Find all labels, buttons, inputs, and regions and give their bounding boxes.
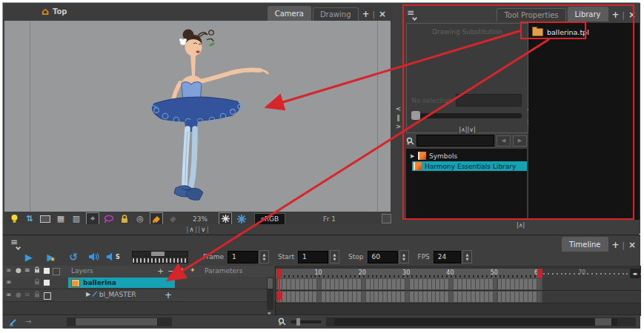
enable-icon[interactable]: ∞ xyxy=(6,278,12,286)
rotate-view-icon[interactable]: ◎ xyxy=(134,213,146,224)
fps-spinner[interactable]: ▲▼ xyxy=(462,250,472,263)
add-drawing-layer-button[interactable]: ✦ xyxy=(179,266,185,274)
layer-row-ballerina[interactable]: ∞ ballerina xyxy=(3,277,275,289)
outline-mode-icon[interactable]: ⌖ xyxy=(86,212,99,225)
add-parameter-button[interactable]: + xyxy=(165,290,172,300)
stop-spinner[interactable]: ▲▼ xyxy=(399,250,409,263)
toolbar-end-box[interactable] xyxy=(382,214,391,223)
grid-icon[interactable]: ▦ xyxy=(55,213,67,224)
solo-mode-icon[interactable]: ● xyxy=(16,266,21,274)
paint-mode-disabled-icon[interactable] xyxy=(167,213,179,224)
start-spinner[interactable]: ▲▼ xyxy=(330,250,339,263)
scrubber-thumb[interactable] xyxy=(151,252,165,257)
frame-hscrollbar[interactable] xyxy=(326,317,636,326)
render-mode-icon[interactable] xyxy=(219,212,232,225)
play-button[interactable]: ▶ xyxy=(21,250,37,263)
scrollbar-thumb[interactable] xyxy=(76,318,157,326)
fps-input[interactable]: 24 xyxy=(434,251,461,263)
library-file-list[interactable]: ballerina.tpl xyxy=(528,23,640,220)
solo-icon[interactable]: ● xyxy=(16,291,21,298)
add-layer-button[interactable]: + xyxy=(157,266,164,276)
thumbnail-toggle[interactable] xyxy=(53,268,60,275)
collapse-up-button[interactable]: ∧ xyxy=(189,226,194,233)
show-all-icon[interactable]: ∞ xyxy=(6,266,12,274)
frame-scrubber[interactable] xyxy=(132,251,188,263)
substitution-slider[interactable] xyxy=(411,111,522,120)
render-play-button[interactable]: ▶★ xyxy=(43,250,59,263)
safe-area-icon[interactable] xyxy=(39,213,51,224)
layer-hscrollbar[interactable] xyxy=(67,317,172,326)
expand-arrow-icon[interactable]: ▶ xyxy=(86,291,90,297)
light-table-icon[interactable] xyxy=(8,213,20,224)
chevron-left-icon[interactable]: < xyxy=(396,105,402,112)
lasso-select-icon[interactable] xyxy=(103,213,115,224)
grip-icon[interactable]: ‖ xyxy=(396,114,400,121)
slider-track[interactable] xyxy=(417,113,522,118)
lock-icon[interactable] xyxy=(34,278,40,285)
camera-mask-icon[interactable]: ▥ xyxy=(70,213,82,224)
frame-zoom-slider[interactable] xyxy=(291,320,322,323)
shift-arrow-icon[interactable]: → xyxy=(25,317,31,326)
scrollbar-thumb[interactable] xyxy=(268,278,273,289)
render-preview-icon[interactable] xyxy=(236,213,248,224)
search-prev-button[interactable]: ◀ xyxy=(497,135,511,147)
color-swatch-all[interactable] xyxy=(44,268,50,274)
color-space-select[interactable]: sRGB xyxy=(254,213,285,225)
slider-thumb[interactable] xyxy=(411,111,420,120)
panel-menu-icon[interactable]: ≡ xyxy=(407,8,416,20)
layer-scrollbar[interactable]: ▼ xyxy=(267,278,273,310)
close-view-button[interactable]: × xyxy=(379,8,386,21)
sound-scrub-button[interactable]: S xyxy=(105,250,122,263)
file-item-ballerina[interactable]: ballerina.tpl xyxy=(528,26,640,38)
panel-splitter-left[interactable]: < ‖ > xyxy=(394,105,403,139)
flatten-icon[interactable] xyxy=(9,317,21,326)
add-view-button[interactable]: + xyxy=(612,9,620,21)
lock-all-icon[interactable] xyxy=(34,266,40,273)
camera-viewport[interactable] xyxy=(4,21,391,212)
stop-frame-marker[interactable] xyxy=(537,269,542,278)
zoom-level[interactable]: 23% xyxy=(193,215,208,223)
frame-input[interactable]: 1 xyxy=(228,251,258,263)
layer-color-swatch[interactable] xyxy=(44,292,51,300)
layer-color-swatch[interactable] xyxy=(44,280,50,286)
tab-tool-properties[interactable]: Tool Properties xyxy=(497,8,565,21)
scrollbar-thumb[interactable] xyxy=(595,318,611,326)
start-input[interactable]: 1 xyxy=(298,251,328,263)
paint-mode-icon[interactable] xyxy=(150,212,163,225)
tree-item-harmony-essentials[interactable]: Harmony Essentials Library xyxy=(412,161,527,171)
loop-button[interactable]: ↺ xyxy=(65,250,82,263)
stop-input[interactable]: 60 xyxy=(368,251,398,263)
close-view-button[interactable]: × xyxy=(628,9,636,21)
tab-camera[interactable]: Camera xyxy=(268,6,311,21)
playhead-marker[interactable] xyxy=(276,269,282,278)
collapse-down-button[interactable]: ∨ xyxy=(201,226,206,233)
expand-arrow-icon[interactable]: ▶ xyxy=(411,153,415,159)
zoom-frames-icon[interactable] xyxy=(278,317,286,326)
layer-row-bl-master[interactable]: ∞ ● ≡ ▶ ⁄ bl_MASTER + xyxy=(3,289,275,302)
panel-collapse[interactable]: |∧| xyxy=(517,222,525,229)
add-peg-button[interactable]: ✦ xyxy=(190,266,196,274)
tab-drawing[interactable]: Drawing xyxy=(313,7,359,21)
timeline-ruler[interactable]: 10203040506070 xyxy=(276,269,641,278)
frame-row-ballerina[interactable] xyxy=(276,278,641,291)
pan-tool-icon[interactable]: ⇅ xyxy=(24,213,36,224)
search-input[interactable] xyxy=(416,135,494,147)
lock-icon[interactable] xyxy=(119,213,130,224)
tab-library[interactable]: Library xyxy=(568,7,608,21)
layer-stack-icon[interactable]: ≡ xyxy=(24,291,30,298)
slider-thumb[interactable] xyxy=(296,318,300,326)
frame-row-bl-master[interactable] xyxy=(276,291,641,303)
frame-resize-icon[interactable]: ◂▸ xyxy=(630,269,640,278)
frame-spinner[interactable]: ▲▼ xyxy=(259,250,269,263)
ballerina-drawing[interactable] xyxy=(149,25,271,212)
layer-stack-icon[interactable]: ≡ xyxy=(24,266,30,274)
enable-icon[interactable]: ∞ xyxy=(6,291,12,298)
subpanel-collapse[interactable]: |∧||∨| xyxy=(457,127,477,133)
tree-item-symbols[interactable]: ▶ Symbols xyxy=(406,151,527,161)
chevron-right-icon[interactable]: > xyxy=(396,123,402,130)
lock-icon[interactable] xyxy=(34,291,40,297)
sound-button[interactable] xyxy=(86,250,102,263)
selected-layer-box[interactable]: ballerina xyxy=(68,278,175,288)
search-next-button[interactable]: ▶ xyxy=(513,135,527,147)
add-view-button[interactable]: + xyxy=(362,8,370,21)
